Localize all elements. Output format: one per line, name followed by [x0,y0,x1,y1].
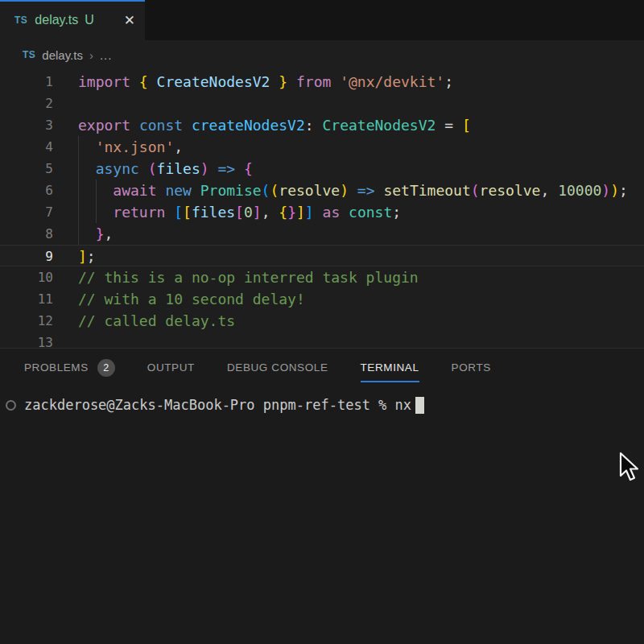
panel-tab-label: PROBLEMS [24,361,89,374]
code-line-content: // this is a no-op interred task plugin [53,266,419,288]
code-line[interactable]: 11// with a 10 second delay! [0,288,644,310]
code-line[interactable]: 8 }, [0,223,644,245]
indent-guide [96,201,97,223]
line-number: 2 [0,93,53,114]
code-editor[interactable]: 1import { CreateNodesV2 } from '@nx/devk… [0,69,644,348]
code-line-content [53,93,78,114]
panel-tab-debug-console[interactable]: DEBUG CONSOLE [227,349,328,386]
terminal-command-row[interactable]: zackderose@Zacks-MacBook-Pro pnpm-ref-te… [0,394,644,415]
indent-guide [78,136,79,158]
code-line[interactable]: 6 await new Promise((resolve) => setTime… [0,180,644,201]
code-line-content: async (files) => { [53,158,253,180]
code-line-content: await new Promise((resolve) => setTimeou… [53,180,628,201]
line-number: 1 [0,71,53,93]
code-line-content: export const createNodesV2: CreateNodesV… [53,114,471,136]
breadcrumb-file[interactable]: delay.ts [42,48,83,62]
panel-tab-label: OUTPUT [147,361,195,374]
panel-tab-bar: PROBLEMS2OUTPUTDEBUG CONSOLETERMINALPORT… [0,349,644,386]
indent-guide [78,180,79,201]
tab-delay-ts[interactable]: TS delay.ts U ✕ [0,0,145,40]
line-number: 8 [0,223,53,245]
code-line-content: // called delay.ts [53,310,235,332]
line-number: 10 [0,266,53,288]
panel-tab-label: DEBUG CONSOLE [227,361,328,374]
close-icon[interactable]: ✕ [124,14,135,27]
bottom-panel: PROBLEMS2OUTPUTDEBUG CONSOLETERMINALPORT… [0,348,644,644]
panel-tab-problems[interactable]: PROBLEMS2 [24,349,115,386]
terminal-prompt: zackderose@Zacks-MacBook-Pro pnpm-ref-te… [24,397,411,413]
line-number: 9 [0,246,53,266]
command-decoration-icon [6,400,16,411]
problems-count-badge: 2 [97,359,115,377]
breadcrumb-symbol-more[interactable]: ... [100,48,113,62]
code-line-content: ]; [53,246,96,266]
code-line[interactable]: 10// this is a no-op interred task plugi… [0,266,644,288]
panel-tab-ports[interactable]: PORTS [452,349,491,386]
line-number: 11 [0,288,53,310]
code-line[interactable]: 4 'nx.json', [0,136,644,158]
git-untracked-badge: U [85,13,94,27]
code-line-content: 'nx.json', [53,136,183,158]
line-number: 3 [0,114,53,136]
line-number: 4 [0,136,53,158]
code-line[interactable]: 3export const createNodesV2: CreateNodes… [0,114,644,136]
panel-tab-label: PORTS [452,361,491,374]
code-line-content: return [[files[0], {}]] as const; [53,201,401,223]
breadcrumb[interactable]: TS delay.ts › ... [0,40,644,69]
panel-tab-label: TERMINAL [361,361,419,374]
code-line[interactable]: 7 return [[files[0], {}]] as const; [0,201,644,223]
indent-guide [78,158,79,180]
code-line[interactable]: 12// called delay.ts [0,310,644,332]
code-line-content: import { CreateNodesV2 } from '@nx/devki… [53,71,453,93]
tab-filename: delay.ts [35,13,78,27]
indent-guide [78,201,79,223]
line-number: 7 [0,201,53,223]
typescript-file-icon: TS [23,49,35,60]
terminal-cursor [415,397,424,414]
code-line[interactable]: 2 [0,93,644,114]
panel-tab-output[interactable]: OUTPUT [147,349,195,386]
indent-guide [78,223,79,245]
terminal[interactable]: zackderose@Zacks-MacBook-Pro pnpm-ref-te… [0,386,644,644]
code-line[interactable]: 5 async (files) => { [0,158,644,180]
code-line[interactable]: 1import { CreateNodesV2 } from '@nx/devk… [0,71,644,93]
code-line-content: // with a 10 second delay! [53,288,305,310]
editor-tab-bar: TS delay.ts U ✕ [0,0,644,40]
panel-tab-terminal[interactable]: TERMINAL [361,349,419,386]
line-number: 5 [0,158,53,180]
line-number: 12 [0,310,53,332]
indent-guide [96,180,97,201]
code-line-content: }, [53,223,113,245]
line-number: 6 [0,180,53,201]
chevron-right-icon: › [89,48,93,62]
code-line[interactable]: 9]; [0,245,644,266]
typescript-file-icon: TS [14,14,27,26]
